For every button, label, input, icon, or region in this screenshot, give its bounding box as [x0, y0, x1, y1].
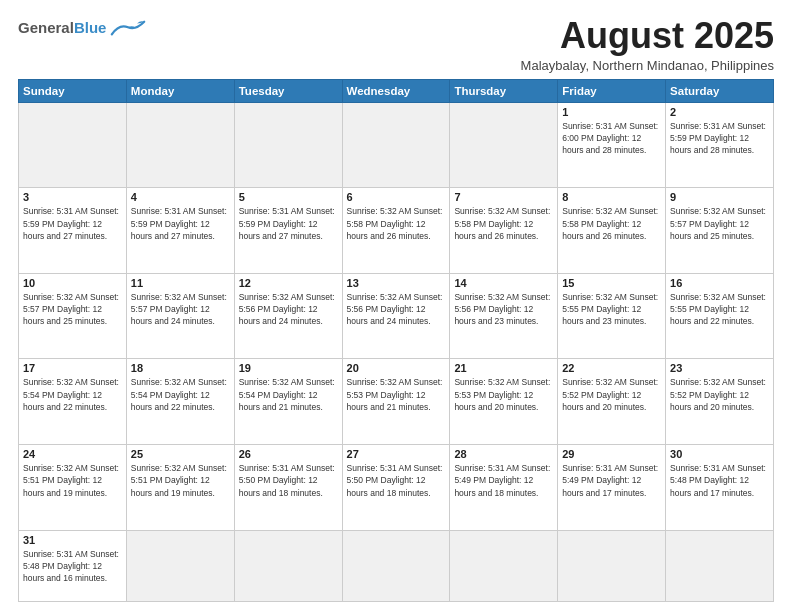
day-info: Sunrise: 5:31 AM Sunset: 5:59 PM Dayligh… [670, 120, 769, 157]
day-info: Sunrise: 5:31 AM Sunset: 5:49 PM Dayligh… [454, 462, 553, 499]
day-info: Sunrise: 5:32 AM Sunset: 5:54 PM Dayligh… [23, 376, 122, 413]
calendar-table: SundayMondayTuesdayWednesdayThursdayFrid… [18, 79, 774, 602]
day-info: Sunrise: 5:31 AM Sunset: 5:48 PM Dayligh… [23, 548, 122, 585]
calendar-cell: 25Sunrise: 5:32 AM Sunset: 5:51 PM Dayli… [126, 445, 234, 531]
calendar-cell: 24Sunrise: 5:32 AM Sunset: 5:51 PM Dayli… [19, 445, 127, 531]
day-number: 25 [131, 448, 230, 460]
calendar-cell: 20Sunrise: 5:32 AM Sunset: 5:53 PM Dayli… [342, 359, 450, 445]
day-number: 8 [562, 191, 661, 203]
calendar-cell [450, 102, 558, 188]
day-info: Sunrise: 5:31 AM Sunset: 5:49 PM Dayligh… [562, 462, 661, 499]
calendar-cell: 30Sunrise: 5:31 AM Sunset: 5:48 PM Dayli… [666, 445, 774, 531]
day-info: Sunrise: 5:32 AM Sunset: 5:58 PM Dayligh… [347, 205, 446, 242]
day-info: Sunrise: 5:32 AM Sunset: 5:58 PM Dayligh… [562, 205, 661, 242]
day-number: 18 [131, 362, 230, 374]
calendar-cell: 3Sunrise: 5:31 AM Sunset: 5:59 PM Daylig… [19, 188, 127, 274]
day-number: 23 [670, 362, 769, 374]
day-info: Sunrise: 5:32 AM Sunset: 5:55 PM Dayligh… [562, 291, 661, 328]
calendar-cell [126, 530, 234, 601]
day-info: Sunrise: 5:32 AM Sunset: 5:57 PM Dayligh… [131, 291, 230, 328]
calendar-cell: 10Sunrise: 5:32 AM Sunset: 5:57 PM Dayli… [19, 273, 127, 359]
day-number: 21 [454, 362, 553, 374]
calendar-cell: 19Sunrise: 5:32 AM Sunset: 5:54 PM Dayli… [234, 359, 342, 445]
day-number: 3 [23, 191, 122, 203]
calendar-cell [126, 102, 234, 188]
day-info: Sunrise: 5:32 AM Sunset: 5:53 PM Dayligh… [454, 376, 553, 413]
day-number: 31 [23, 534, 122, 546]
calendar-cell: 15Sunrise: 5:32 AM Sunset: 5:55 PM Dayli… [558, 273, 666, 359]
calendar-cell: 7Sunrise: 5:32 AM Sunset: 5:58 PM Daylig… [450, 188, 558, 274]
day-info: Sunrise: 5:32 AM Sunset: 5:56 PM Dayligh… [454, 291, 553, 328]
day-number: 16 [670, 277, 769, 289]
calendar-cell: 18Sunrise: 5:32 AM Sunset: 5:54 PM Dayli… [126, 359, 234, 445]
calendar-cell: 14Sunrise: 5:32 AM Sunset: 5:56 PM Dayli… [450, 273, 558, 359]
calendar-cell: 2Sunrise: 5:31 AM Sunset: 5:59 PM Daylig… [666, 102, 774, 188]
day-number: 22 [562, 362, 661, 374]
day-number: 14 [454, 277, 553, 289]
calendar-cell: 16Sunrise: 5:32 AM Sunset: 5:55 PM Dayli… [666, 273, 774, 359]
week-row-1: 3Sunrise: 5:31 AM Sunset: 5:59 PM Daylig… [19, 188, 774, 274]
calendar-cell [558, 530, 666, 601]
day-number: 11 [131, 277, 230, 289]
day-number: 17 [23, 362, 122, 374]
week-row-3: 17Sunrise: 5:32 AM Sunset: 5:54 PM Dayli… [19, 359, 774, 445]
calendar-cell: 9Sunrise: 5:32 AM Sunset: 5:57 PM Daylig… [666, 188, 774, 274]
day-info: Sunrise: 5:31 AM Sunset: 5:50 PM Dayligh… [239, 462, 338, 499]
calendar-cell: 11Sunrise: 5:32 AM Sunset: 5:57 PM Dayli… [126, 273, 234, 359]
day-info: Sunrise: 5:31 AM Sunset: 5:59 PM Dayligh… [131, 205, 230, 242]
day-info: Sunrise: 5:32 AM Sunset: 5:52 PM Dayligh… [670, 376, 769, 413]
calendar-cell [342, 102, 450, 188]
day-number: 27 [347, 448, 446, 460]
day-info: Sunrise: 5:31 AM Sunset: 5:48 PM Dayligh… [670, 462, 769, 499]
calendar-cell: 21Sunrise: 5:32 AM Sunset: 5:53 PM Dayli… [450, 359, 558, 445]
calendar-cell: 26Sunrise: 5:31 AM Sunset: 5:50 PM Dayli… [234, 445, 342, 531]
location: Malaybalay, Northern Mindanao, Philippin… [521, 58, 774, 73]
day-number: 15 [562, 277, 661, 289]
day-number: 4 [131, 191, 230, 203]
page: GeneralBlue August 2025 Malaybalay, Nort… [0, 0, 792, 612]
calendar-cell: 13Sunrise: 5:32 AM Sunset: 5:56 PM Dayli… [342, 273, 450, 359]
weekday-header-monday: Monday [126, 79, 234, 102]
logo: GeneralBlue [18, 16, 146, 40]
logo-icon [110, 18, 146, 40]
calendar-cell [342, 530, 450, 601]
calendar-cell [234, 102, 342, 188]
day-info: Sunrise: 5:32 AM Sunset: 5:53 PM Dayligh… [347, 376, 446, 413]
calendar-cell [450, 530, 558, 601]
day-number: 7 [454, 191, 553, 203]
weekday-header-row: SundayMondayTuesdayWednesdayThursdayFrid… [19, 79, 774, 102]
day-number: 6 [347, 191, 446, 203]
calendar-cell: 6Sunrise: 5:32 AM Sunset: 5:58 PM Daylig… [342, 188, 450, 274]
calendar-cell: 29Sunrise: 5:31 AM Sunset: 5:49 PM Dayli… [558, 445, 666, 531]
day-number: 5 [239, 191, 338, 203]
day-number: 26 [239, 448, 338, 460]
calendar-cell: 22Sunrise: 5:32 AM Sunset: 5:52 PM Dayli… [558, 359, 666, 445]
day-number: 12 [239, 277, 338, 289]
week-row-0: 1Sunrise: 5:31 AM Sunset: 6:00 PM Daylig… [19, 102, 774, 188]
weekday-header-saturday: Saturday [666, 79, 774, 102]
day-number: 1 [562, 106, 661, 118]
week-row-5: 31Sunrise: 5:31 AM Sunset: 5:48 PM Dayli… [19, 530, 774, 601]
day-info: Sunrise: 5:32 AM Sunset: 5:56 PM Dayligh… [347, 291, 446, 328]
logo-text: GeneralBlue [18, 20, 106, 37]
calendar-cell: 1Sunrise: 5:31 AM Sunset: 6:00 PM Daylig… [558, 102, 666, 188]
calendar-cell: 12Sunrise: 5:32 AM Sunset: 5:56 PM Dayli… [234, 273, 342, 359]
week-row-2: 10Sunrise: 5:32 AM Sunset: 5:57 PM Dayli… [19, 273, 774, 359]
calendar-cell: 17Sunrise: 5:32 AM Sunset: 5:54 PM Dayli… [19, 359, 127, 445]
day-info: Sunrise: 5:32 AM Sunset: 5:54 PM Dayligh… [131, 376, 230, 413]
title-block: August 2025 Malaybalay, Northern Mindana… [521, 16, 774, 73]
day-info: Sunrise: 5:32 AM Sunset: 5:51 PM Dayligh… [131, 462, 230, 499]
calendar-cell: 8Sunrise: 5:32 AM Sunset: 5:58 PM Daylig… [558, 188, 666, 274]
day-number: 20 [347, 362, 446, 374]
weekday-header-wednesday: Wednesday [342, 79, 450, 102]
day-info: Sunrise: 5:32 AM Sunset: 5:55 PM Dayligh… [670, 291, 769, 328]
day-info: Sunrise: 5:32 AM Sunset: 5:56 PM Dayligh… [239, 291, 338, 328]
day-number: 13 [347, 277, 446, 289]
day-number: 10 [23, 277, 122, 289]
day-info: Sunrise: 5:31 AM Sunset: 6:00 PM Dayligh… [562, 120, 661, 157]
calendar-cell [666, 530, 774, 601]
day-info: Sunrise: 5:32 AM Sunset: 5:58 PM Dayligh… [454, 205, 553, 242]
day-number: 30 [670, 448, 769, 460]
calendar-cell: 31Sunrise: 5:31 AM Sunset: 5:48 PM Dayli… [19, 530, 127, 601]
day-number: 2 [670, 106, 769, 118]
